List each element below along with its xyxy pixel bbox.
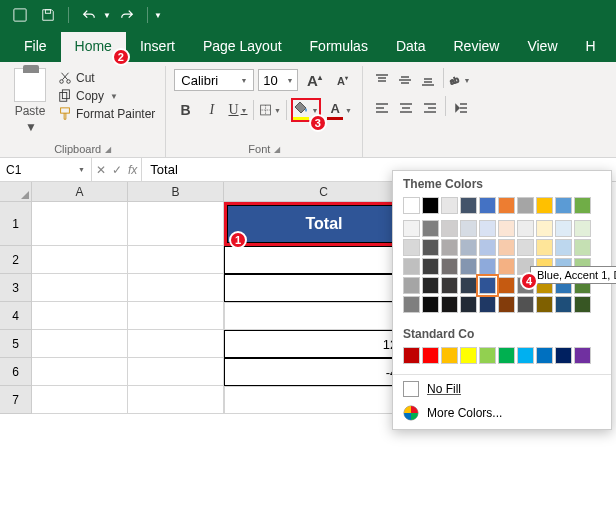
undo-icon[interactable] [77,3,101,27]
color-swatch[interactable] [498,220,515,237]
tab-help[interactable]: H [572,32,610,62]
color-swatch[interactable] [403,277,420,294]
color-swatch[interactable] [498,239,515,256]
cell-A4[interactable] [32,302,128,330]
align-bottom-button[interactable] [417,68,438,92]
color-swatch[interactable] [422,197,439,214]
color-swatch[interactable] [403,258,420,275]
color-swatch[interactable] [574,197,591,214]
tab-home[interactable]: Home 2 [61,32,126,62]
color-swatch[interactable] [441,197,458,214]
color-swatch[interactable] [555,239,572,256]
color-swatch[interactable] [536,220,553,237]
cancel-formula-icon[interactable]: ✕ [96,163,106,177]
font-size-select[interactable]: 10▼ [258,69,298,91]
color-swatch[interactable] [479,258,496,275]
align-left-button[interactable] [371,96,393,120]
italic-button[interactable]: I [201,98,223,122]
select-all-button[interactable] [0,182,32,202]
cell-B2[interactable] [128,246,224,274]
align-middle-button[interactable] [394,68,415,92]
cell-B3[interactable] [128,274,224,302]
color-swatch[interactable] [555,197,572,214]
color-swatch[interactable] [422,347,439,364]
color-swatch[interactable] [403,296,420,313]
color-swatch[interactable] [479,347,496,364]
align-center-button[interactable] [395,96,417,120]
align-top-button[interactable] [371,68,392,92]
color-swatch[interactable] [422,296,439,313]
row-header-6[interactable]: 6 [0,358,32,386]
color-swatch[interactable] [460,277,477,294]
column-header-A[interactable]: A [32,182,128,202]
color-swatch[interactable] [460,347,477,364]
color-swatch[interactable] [403,347,420,364]
color-swatch[interactable] [460,239,477,256]
cell-A5[interactable] [32,330,128,358]
color-swatch[interactable] [422,277,439,294]
row-header-5[interactable]: 5 [0,330,32,358]
color-swatch[interactable] [574,220,591,237]
tab-review[interactable]: Review [440,32,514,62]
format-painter-button[interactable]: Format Painter [56,106,157,122]
color-swatch[interactable] [441,258,458,275]
color-swatch[interactable] [441,220,458,237]
color-swatch[interactable] [403,197,420,214]
color-swatch[interactable] [517,220,534,237]
row-header-7[interactable]: 7 [0,386,32,414]
color-swatch[interactable] [479,220,496,237]
color-swatch[interactable] [536,347,553,364]
align-right-button[interactable] [419,96,441,120]
color-swatch[interactable] [498,197,515,214]
font-launcher-icon[interactable]: ◢ [274,145,280,154]
bold-button[interactable]: B [174,98,196,122]
redo-icon[interactable] [115,3,139,27]
cell-B6[interactable] [128,358,224,386]
cell-A3[interactable] [32,274,128,302]
color-swatch[interactable] [517,239,534,256]
cell-B4[interactable] [128,302,224,330]
cell-B7[interactable] [128,386,224,414]
color-swatch[interactable] [441,277,458,294]
color-swatch[interactable] [517,296,534,313]
color-swatch[interactable] [441,347,458,364]
color-swatch[interactable] [574,239,591,256]
tab-data[interactable]: Data [382,32,440,62]
more-colors-button[interactable]: More Colors... [393,401,611,425]
color-swatch[interactable] [403,239,420,256]
underline-button[interactable]: U▼ [227,98,249,122]
color-swatch[interactable] [403,220,420,237]
insert-function-icon[interactable]: fx [128,163,137,177]
cell-B5[interactable] [128,330,224,358]
paste-button[interactable]: Paste ▼ [8,68,52,134]
save-icon[interactable] [36,3,60,27]
tab-formulas[interactable]: Formulas [296,32,382,62]
cell-B1[interactable] [128,202,224,246]
column-header-B[interactable]: B [128,182,224,202]
increase-font-button[interactable]: A▴ [302,68,326,92]
cell-A6[interactable] [32,358,128,386]
row-header-4[interactable]: 4 [0,302,32,330]
tab-insert[interactable]: Insert [126,32,189,62]
undo-dropdown[interactable]: ▼ [103,11,111,20]
color-swatch[interactable] [460,258,477,275]
borders-button[interactable]: ▼ [258,98,282,122]
color-swatch[interactable] [460,197,477,214]
tab-file[interactable]: File [10,32,61,62]
color-swatch[interactable] [460,220,477,237]
name-box[interactable]: C1▼ [0,158,92,181]
color-swatch[interactable] [422,258,439,275]
color-swatch[interactable] [574,347,591,364]
color-swatch[interactable] [422,220,439,237]
font-name-select[interactable]: Calibri▼ [174,69,254,91]
color-swatch[interactable] [517,197,534,214]
row-header-2[interactable]: 2 [0,246,32,274]
color-swatch[interactable] [555,296,572,313]
color-swatch[interactable] [460,296,477,313]
decrease-font-button[interactable]: A▾ [330,68,354,92]
font-color-button[interactable]: A ▼ [325,98,355,122]
row-header-3[interactable]: 3 [0,274,32,302]
color-swatch[interactable] [555,220,572,237]
fill-color-button[interactable]: ▼ 3 [291,98,321,122]
clipboard-launcher-icon[interactable]: ◢ [105,145,111,154]
